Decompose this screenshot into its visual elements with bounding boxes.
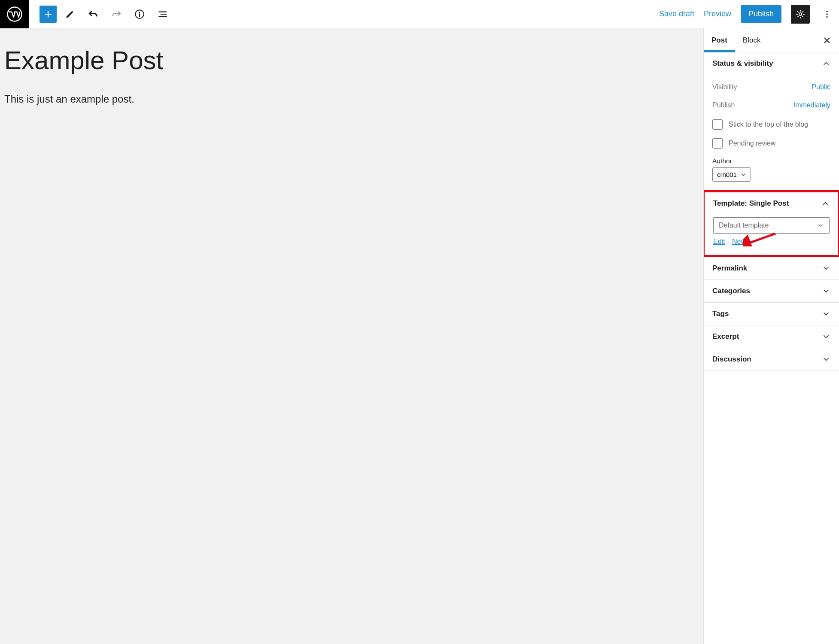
sticky-checkbox[interactable] xyxy=(712,119,723,130)
author-section: Author crn001 xyxy=(712,157,830,182)
more-options-button[interactable] xyxy=(819,5,835,24)
panel-discussion-title: Discussion xyxy=(712,355,751,364)
author-select[interactable]: crn001 xyxy=(712,167,751,182)
chevron-down-icon xyxy=(822,310,830,318)
more-vertical-icon xyxy=(822,9,832,19)
publish-label: Publish xyxy=(712,101,735,109)
chevron-down-icon xyxy=(822,287,830,295)
close-icon xyxy=(822,36,832,45)
panel-template-title: Template: Single Post xyxy=(713,199,789,208)
preview-button[interactable]: Preview xyxy=(704,9,731,18)
sidebar-tabs: Post Block xyxy=(704,28,839,52)
panel-template: Template: Single Post Default template E… xyxy=(705,192,838,255)
editor-canvas[interactable]: Example Post This is just an example pos… xyxy=(0,28,703,644)
panel-excerpt: Excerpt xyxy=(704,325,839,348)
panel-discussion-header[interactable]: Discussion xyxy=(704,348,839,371)
settings-button[interactable] xyxy=(791,5,810,24)
annotation-highlight: Template: Single Post Default template E… xyxy=(703,190,839,257)
chevron-down-icon xyxy=(822,355,830,364)
panel-tags-title: Tags xyxy=(712,310,729,318)
wordpress-logo[interactable] xyxy=(0,0,29,28)
plus-icon xyxy=(43,9,53,19)
sticky-label: Stick to the top of the blog xyxy=(729,121,808,128)
panel-status-header[interactable]: Status & visibility xyxy=(704,52,839,75)
undo-button[interactable] xyxy=(83,4,103,24)
chevron-down-icon xyxy=(740,172,746,178)
add-block-button[interactable] xyxy=(40,6,57,23)
post-body-paragraph[interactable]: This is just an example post. xyxy=(4,93,699,105)
app-root: Save draft Preview Publish Example Post … xyxy=(0,0,839,644)
chevron-up-icon xyxy=(821,199,830,208)
tab-block[interactable]: Block xyxy=(735,28,769,52)
editor-main: Example Post This is just an example pos… xyxy=(0,28,839,644)
visibility-label: Visibility xyxy=(712,83,737,91)
panel-permalink-title: Permalink xyxy=(712,264,747,273)
panel-template-body: Default template Edit New xyxy=(705,215,838,255)
pending-label: Pending review xyxy=(729,140,775,147)
svg-point-6 xyxy=(826,16,827,17)
svg-point-5 xyxy=(826,13,827,15)
panel-excerpt-title: Excerpt xyxy=(712,332,739,341)
visibility-row: Visibility Public xyxy=(712,83,830,91)
template-edit-link[interactable]: Edit xyxy=(713,238,725,245)
annotation-arrow-icon xyxy=(743,232,778,246)
chevron-up-icon xyxy=(822,59,830,68)
pending-row: Pending review xyxy=(712,138,830,149)
svg-point-3 xyxy=(799,12,802,15)
publish-button[interactable]: Publish xyxy=(741,5,781,23)
outline-icon xyxy=(157,9,168,20)
publish-row: Publish Immediately xyxy=(712,101,830,109)
toolbar-right: Save draft Preview Publish xyxy=(659,5,839,24)
panel-categories: Categories xyxy=(704,280,839,303)
panel-permalink-header[interactable]: Permalink xyxy=(704,257,839,279)
document-outline-button[interactable] xyxy=(153,4,173,24)
template-links: Edit New xyxy=(713,238,830,246)
template-select-value: Default template xyxy=(719,222,769,229)
save-draft-button[interactable]: Save draft xyxy=(659,9,694,18)
redo-button[interactable] xyxy=(106,4,126,24)
panel-tags-header[interactable]: Tags xyxy=(704,303,839,325)
author-value: crn001 xyxy=(717,171,737,178)
tab-post[interactable]: Post xyxy=(704,28,735,52)
info-button[interactable] xyxy=(130,4,149,24)
panel-status-body: Visibility Public Publish Immediately St… xyxy=(704,75,839,191)
editor-topbar: Save draft Preview Publish xyxy=(0,0,839,28)
panel-permalink: Permalink xyxy=(704,257,839,280)
svg-point-2 xyxy=(139,12,140,13)
sticky-row: Stick to the top of the blog xyxy=(712,119,830,130)
close-sidebar-button[interactable] xyxy=(820,33,834,47)
edit-icon xyxy=(64,9,76,20)
undo-icon xyxy=(88,9,99,20)
svg-point-4 xyxy=(826,10,827,12)
chevron-down-icon xyxy=(822,332,830,341)
template-select[interactable]: Default template xyxy=(713,217,830,234)
redo-icon xyxy=(111,9,122,20)
panel-excerpt-header[interactable]: Excerpt xyxy=(704,325,839,348)
settings-icon xyxy=(795,9,806,19)
info-icon xyxy=(134,9,145,20)
panel-categories-title: Categories xyxy=(712,287,750,295)
publish-value[interactable]: Immediately xyxy=(793,101,830,109)
post-title[interactable]: Example Post xyxy=(4,46,699,75)
pending-checkbox[interactable] xyxy=(712,138,723,149)
svg-line-8 xyxy=(747,234,775,244)
wordpress-logo-icon xyxy=(7,6,22,22)
visibility-value[interactable]: Public xyxy=(812,83,830,91)
chevron-down-icon xyxy=(822,264,830,273)
panel-discussion: Discussion xyxy=(704,348,839,371)
toolbar-left xyxy=(29,4,173,24)
author-label: Author xyxy=(712,157,830,165)
panel-status-visibility: Status & visibility Visibility Public Pu… xyxy=(704,52,839,191)
panel-categories-header[interactable]: Categories xyxy=(704,280,839,302)
panel-status-title: Status & visibility xyxy=(712,59,773,68)
edit-mode-button[interactable] xyxy=(60,4,80,24)
settings-sidebar: Post Block Status & visibility Visibilit… xyxy=(703,28,839,644)
chevron-down-icon xyxy=(817,222,824,229)
panel-tags: Tags xyxy=(704,303,839,325)
panel-template-header[interactable]: Template: Single Post xyxy=(705,192,838,215)
